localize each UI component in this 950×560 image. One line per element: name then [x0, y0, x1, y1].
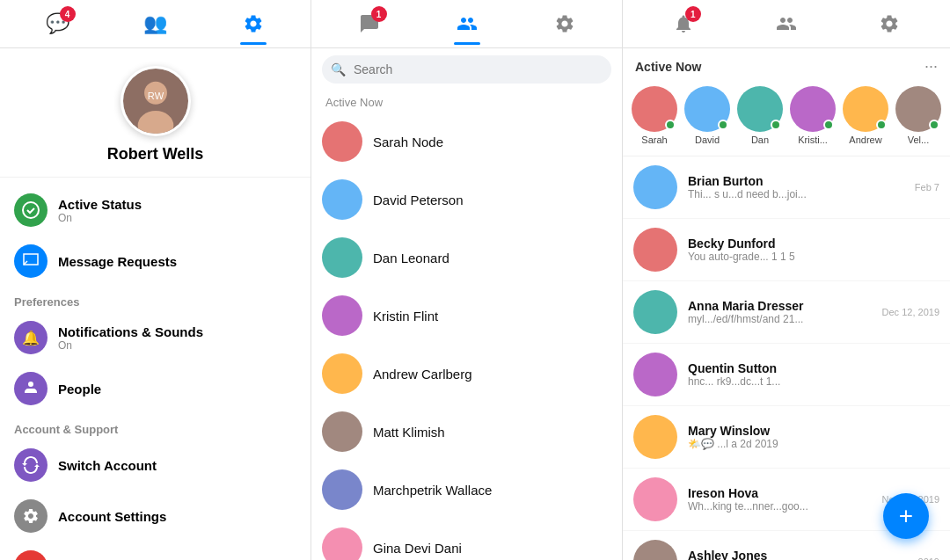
left-nav-settings[interactable] — [232, 3, 274, 45]
msg-sender-name: Ireson Hova — [688, 486, 877, 500]
message-requests-item[interactable]: Message Requests — [0, 236, 311, 287]
list-item[interactable]: Kristin Flint — [311, 287, 622, 345]
center-panel: 1 🔍 Active Now Sarah Node David Peterson… — [311, 0, 623, 560]
notifications-text: Notifications & Sounds On — [58, 324, 203, 352]
list-item[interactable]: Matt Klimish — [311, 403, 622, 461]
contact-name: Matt Klimish — [373, 425, 445, 440]
new-message-fab[interactable]: + — [883, 493, 929, 539]
contact-avatar — [322, 527, 362, 560]
active-user-avatar — [632, 86, 677, 132]
active-status-text: Active Status On — [58, 197, 142, 224]
people-text: People — [58, 382, 101, 396]
msg-avatar — [633, 228, 677, 272]
right-nav-people[interactable] — [765, 3, 808, 45]
msg-sender-name: Anna Maria Dresser — [688, 299, 877, 313]
msg-body: Becky Dunford You auto-grade... 1 1 5 — [688, 236, 934, 263]
msg-body: Anna Maria Dresser myl.../ed/f/hmst/and … — [688, 299, 877, 325]
contact-name: David Peterson — [373, 193, 464, 207]
center-nav-chat[interactable]: 1 — [348, 3, 391, 45]
active-user-item[interactable]: Kristi... — [790, 86, 836, 145]
list-item[interactable]: Marchpetrik Wallace — [311, 461, 622, 519]
msg-avatar — [633, 353, 677, 396]
active-user-name: Andrew — [849, 135, 881, 145]
preferences-label: Preferences — [0, 287, 311, 312]
active-user-avatar — [684, 86, 730, 132]
active-user-item[interactable]: Dan — [737, 86, 783, 145]
list-item[interactable]: David Peterson — [311, 171, 622, 229]
right-nav-notif[interactable]: 1 — [662, 3, 705, 45]
switch-account-text: Switch Account — [58, 458, 157, 473]
active-user-item[interactable]: David — [684, 86, 730, 145]
search-bar: 🔍 — [322, 55, 611, 84]
left-menu: Active Status On Message Requests Prefer… — [0, 178, 311, 560]
left-nav-people[interactable]: 👥 — [135, 3, 177, 45]
message-item[interactable]: Mary Winslow 🌤️💬 ...l a 2d 2019 — [623, 406, 950, 469]
active-user-name: Dan — [751, 135, 769, 145]
msg-sender-name: Becky Dunford — [688, 236, 934, 251]
switch-account-item[interactable]: Switch Account — [0, 440, 311, 491]
list-item[interactable]: Andrew Carlberg — [311, 345, 622, 403]
right-panel: 1 Active Now ··· Sarah David Dan — [623, 0, 950, 560]
center-nav-settings[interactable] — [544, 3, 586, 45]
svg-point-4 — [23, 202, 39, 218]
profile-avatar[interactable]: RW — [121, 66, 191, 136]
msg-avatar — [633, 290, 677, 334]
people-item[interactable]: People — [0, 363, 311, 414]
profile-name: Robert Wells — [107, 145, 204, 164]
active-status-item[interactable]: Active Status On — [0, 185, 311, 236]
contact-name: Sarah Node — [373, 135, 443, 149]
active-user-avatar — [843, 86, 888, 132]
contact-avatar — [322, 121, 362, 162]
active-user-item[interactable]: Sarah — [632, 86, 677, 145]
left-nav: 💬 4 👥 — [0, 0, 311, 48]
left-panel: 💬 4 👥 RW Robert Wells — [0, 0, 311, 560]
list-item[interactable]: Dan Leonard — [311, 229, 622, 287]
list-item[interactable]: Sarah Node — [311, 113, 622, 171]
notifications-sub: On — [58, 339, 203, 352]
msg-body: Ashley Jones ...r ... f ...mb... — [688, 549, 913, 560]
right-content: Active Now ··· Sarah David Dan Kristi... — [623, 48, 950, 560]
msg-avatar — [633, 540, 677, 560]
msg-sender-name: Mary Winslow — [688, 424, 934, 438]
message-item[interactable]: Quentin Sutton hnc... rk9...dc...t 1... — [623, 344, 950, 406]
chat-badge: 4 — [60, 6, 76, 22]
contact-name: Andrew Carlberg — [373, 367, 472, 382]
message-item[interactable]: Brian Burton Thi... s u...d need b...joi… — [623, 156, 950, 219]
msg-sender-name: Quentin Sutton — [688, 361, 934, 375]
active-user-item[interactable]: Andrew — [843, 86, 888, 145]
svg-text:RW: RW — [147, 91, 164, 101]
right-notif-badge: 1 — [685, 6, 701, 22]
left-nav-chat[interactable]: 💬 4 — [37, 3, 79, 45]
active-user-avatar — [790, 86, 836, 132]
message-item[interactable]: Becky Dunford You auto-grade... 1 1 5 — [623, 219, 950, 281]
account-settings-icon — [14, 499, 48, 533]
msg-body: Brian Burton Thi... s u...d need b...joi… — [688, 174, 910, 200]
account-settings-item[interactable]: Account Settings — [0, 491, 311, 542]
active-user-name: David — [695, 135, 720, 145]
report-problem-item[interactable]: Report a Problem — [0, 542, 311, 560]
contact-avatar — [322, 237, 362, 278]
notifications-sounds-item[interactable]: 🔔 Notifications & Sounds On — [0, 312, 311, 363]
contact-avatar — [322, 411, 362, 452]
list-item[interactable]: Gina Devi Dani — [311, 519, 622, 560]
contact-name: Kristin Flint — [373, 309, 438, 324]
msg-preview: You auto-grade... 1 1 5 — [688, 251, 934, 263]
active-user-name: Sarah — [641, 135, 667, 145]
message-item[interactable]: Anna Maria Dresser myl.../ed/f/hmst/and … — [623, 281, 950, 344]
contact-name: Marchpetrik Wallace — [373, 483, 492, 498]
msg-preview: 🌤️💬 ...l a 2d 2019 — [688, 438, 934, 450]
contact-avatar — [322, 179, 362, 220]
center-nav-people[interactable] — [446, 3, 488, 45]
right-nav: 1 — [623, 0, 950, 48]
more-options-icon[interactable]: ··· — [924, 57, 938, 76]
active-user-avatar — [737, 86, 783, 132]
people-label: People — [58, 382, 101, 396]
search-input[interactable] — [322, 55, 611, 84]
contact-name: Dan Leonard — [373, 251, 449, 265]
active-user-item[interactable]: Vel... — [895, 86, 941, 145]
report-problem-icon — [14, 550, 48, 560]
msg-body: Quentin Sutton hnc... rk9...dc...t 1... — [688, 361, 934, 388]
right-nav-settings[interactable] — [868, 3, 910, 45]
contact-avatar — [322, 353, 362, 394]
active-status-icon — [14, 193, 48, 227]
